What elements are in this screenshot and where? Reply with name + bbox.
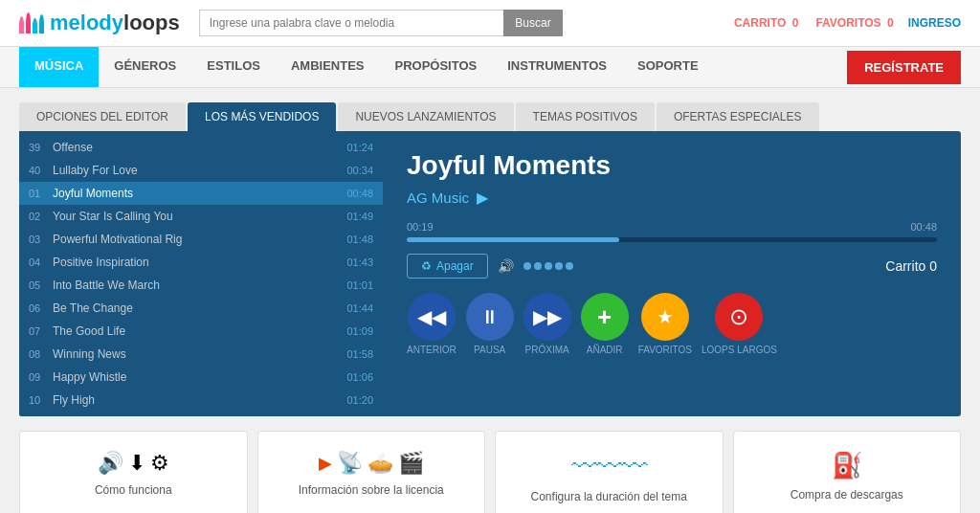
speaker-icon: 🔊 [98,451,123,476]
card-duracion[interactable]: 〰〰〰 Configura la duración del tema [495,431,724,513]
card-como[interactable]: 🔊 ⬇ ⚙ Cómo funciona [19,431,248,513]
track-time: 01:44 [346,302,373,314]
track-item[interactable]: 39 Offense 01:24 [19,136,383,159]
favorites-link[interactable]: FAVORITOS 0 [813,16,893,30]
card-licencia-label: Información sobre la licencia [299,483,444,497]
tab-lanzamientos[interactable]: NUEVOS LANZAMIENTOS [338,102,513,131]
track-item[interactable]: 06 Be The Change 01:44 [19,297,383,320]
player-panel: 39 Offense 01:24 40 Lullaby For Love 00:… [19,131,961,416]
track-name: Joyful Moments [53,187,346,200]
artist-play-button[interactable]: ▶ [477,189,488,207]
track-item[interactable]: 40 Lullaby For Love 00:34 [19,159,383,182]
action-buttons: ◀◀ ANTERIOR ⏸ PAUSA ▶▶ PRÓXIMA + AÑADIR … [407,293,937,355]
track-item[interactable]: 08 Winning News 01:58 [19,343,383,366]
card-licencia-icons: ▶ 📡 🥧 🎬 [319,451,424,476]
track-time: 01:48 [346,234,373,245]
volume-icon: 🔊 [498,258,514,274]
track-item[interactable]: 01 Joyful Moments 00:48 [19,182,383,205]
logo: melodyloops [19,11,180,35]
track-name: Into Battle We March [53,279,346,292]
track-num: 02 [29,211,53,222]
wave-icon: 〰〰〰 [571,451,646,482]
track-item[interactable]: 02 Your Star Is Calling You 01:49 [19,205,383,228]
track-item[interactable]: 10 Fly High 01:20 [19,389,383,412]
tab-opciones[interactable]: OPCIONES DEL EDITOR [19,102,186,131]
track-name: Your Star Is Calling You [53,210,346,223]
card-duracion-label: Configura la duración del tema [531,490,687,503]
pause-label: PAUSA [474,345,505,355]
track-name: Offense [53,141,346,154]
apagar-button[interactable]: ♻ Apagar [407,254,488,279]
time-display: 00:19 00:48 [407,221,937,233]
cart-link[interactable]: CARRITO 0 [731,16,798,30]
track-time: 00:34 [346,165,373,176]
next-label: PRÓXIMA [525,345,569,355]
track-name: Positive Inspiration [53,256,346,269]
flash-icon: ▶ [319,453,332,474]
nav-soporte[interactable]: SOPORTE [622,47,714,87]
track-item[interactable]: 09 Happy Whistle 01:06 [19,366,383,389]
nav-estilos[interactable]: ESTILOS [191,47,276,87]
controls-row: ♻ Apagar 🔊 Carrito 0 [407,254,937,279]
progress-section: 00:19 00:48 [407,221,937,242]
track-num: 40 [29,165,53,176]
track-item[interactable]: 07 The Good Life 01:09 [19,320,383,343]
volume-dots [523,262,573,270]
fav-label: FAVORITOS [638,345,692,355]
track-time: 00:48 [346,188,373,199]
nav-instrumentos[interactable]: INSTRUMENTOS [492,47,622,87]
track-num: 08 [29,348,53,360]
register-button[interactable]: REGÍSTRATE [847,51,961,84]
prev-button[interactable]: ◀◀ ANTERIOR [407,293,457,355]
tab-positivos[interactable]: TEMAS POSITIVOS [516,102,655,131]
vol-dot-4 [555,262,563,270]
tab-ofertas[interactable]: OFERTAS ESPECIALES [657,102,819,131]
search-button[interactable]: Buscar [503,10,562,36]
track-time: 01:49 [346,211,373,222]
track-num: 10 [29,394,53,406]
next-button[interactable]: ▶▶ PRÓXIMA [523,293,571,355]
progress-bar[interactable] [407,237,937,242]
download-icon: ⬇ [128,451,145,476]
fav-button[interactable]: ★ FAVORITOS [638,293,692,355]
card-descargas[interactable]: ⛽ Compra de descargas [733,431,962,513]
track-item[interactable]: 05 Into Battle We March 01:01 [19,274,383,297]
nav-ambientes[interactable]: AMBIENTES [276,47,380,87]
tab-masvendidos[interactable]: LOS MÁS VENDIDOS [188,102,336,131]
vol-dot-2 [534,262,542,270]
track-name: Lullaby For Love [53,164,346,177]
prev-label: ANTERIOR [407,345,457,355]
track-num: 05 [29,279,53,291]
prev-icon: ◀◀ [408,293,456,341]
nav-generos[interactable]: GÉNEROS [99,47,191,87]
card-licencia[interactable]: ▶ 📡 🥧 🎬 Información sobre la licencia [257,431,486,513]
pause-button[interactable]: ⏸ PAUSA [466,293,514,355]
search-input[interactable] [199,10,504,36]
player-title: Joyful Moments [407,150,937,181]
carrito-display: Carrito 0 [885,258,937,274]
total-time: 00:48 [910,221,937,233]
player-right: Joyful Moments AG Music ▶ 00:19 00:48 ♻ … [383,131,961,416]
track-time: 01:06 [346,371,373,383]
track-name: Winning News [53,347,346,361]
track-num: 09 [29,371,53,383]
track-name: Happy Whistle [53,370,346,384]
loop-button[interactable]: ⊙ LOOPS LARGOS [702,293,777,355]
search-bar: Buscar [199,10,563,36]
login-link[interactable]: INGRESO [908,16,961,30]
track-item[interactable]: 04 Positive Inspiration 01:43 [19,251,383,274]
nav-musica[interactable]: MÚSICA [19,47,99,87]
gear-icon: ⚙ [150,451,169,476]
current-time: 00:19 [407,221,434,233]
track-name: Powerful Motivational Rig [53,233,346,246]
vol-dot-5 [566,262,573,270]
add-button[interactable]: + AÑADIR [581,293,629,355]
nav-propositos[interactable]: PROPÓSITOS [379,47,492,87]
track-item[interactable]: 03 Powerful Motivational Rig 01:48 [19,228,383,251]
track-time: 01:58 [346,348,373,360]
pause-icon: ⏸ [466,293,514,341]
track-time: 01:43 [346,256,373,268]
track-num: 07 [29,325,53,337]
track-name: The Good Life [53,324,346,338]
logo-waves-icon [19,12,44,33]
